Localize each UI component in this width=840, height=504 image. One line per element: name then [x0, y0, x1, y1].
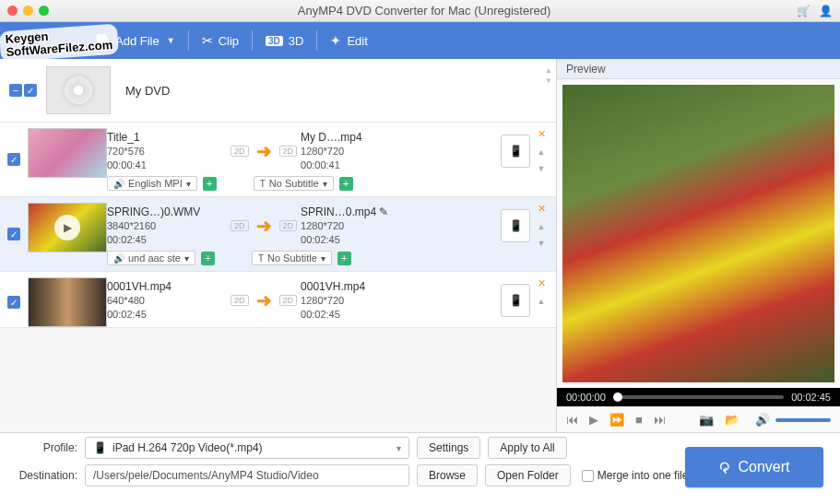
main-toolbar: 📄 Add File ▼ ✂ Clip 3D 3D ✦ Edit — [0, 22, 840, 59]
next-frame-icon[interactable]: ⏭ — [654, 413, 666, 427]
window-title: AnyMP4 DVD Converter for Mac (Unregister… — [60, 4, 788, 18]
audio-select[interactable]: 🔊und aac ste▾ — [107, 251, 195, 265]
seek-knob[interactable] — [613, 393, 622, 402]
add-subtitle-button[interactable]: + — [337, 252, 351, 265]
volume-slider[interactable] — [775, 418, 831, 422]
window-close-button[interactable] — [7, 6, 18, 16]
edit-button[interactable]: ✦ Edit — [321, 29, 376, 52]
remove-item-icon[interactable]: ✕ — [538, 203, 546, 215]
device-select-button[interactable]: 📱 — [501, 209, 530, 242]
dest-name: SPRIN…0.mp4 ✎ — [301, 205, 420, 219]
window-minimize-button[interactable] — [23, 6, 33, 16]
audio-select[interactable]: 🔊English MPI▾ — [107, 176, 197, 191]
item-checkbox[interactable]: ✓ — [7, 228, 20, 240]
device-select-button[interactable]: 📱 — [501, 284, 530, 317]
cart-icon[interactable]: 🛒 — [796, 4, 810, 18]
fast-forward-icon[interactable]: ⏩ — [609, 413, 624, 427]
item-thumbnail[interactable] — [28, 128, 107, 178]
preview-timebar: 00:00:00 00:02:45 — [557, 388, 840, 406]
profile-value: iPad H.264 720p Video(*.mp4) — [112, 441, 263, 454]
source-name: Title_1 — [107, 130, 227, 145]
snapshot-icon[interactable]: 📷 — [699, 413, 714, 427]
dvd-checkbox[interactable]: ✓ — [24, 84, 37, 97]
collapse-toggle[interactable]: − — [9, 84, 22, 97]
time-total: 00:02:45 — [791, 392, 831, 403]
remove-item-icon[interactable]: ✕ — [538, 277, 546, 289]
list-item[interactable]: ✓ 0001VH.mp4 640*480 00:02:45 2D ➜ 2D 00… — [0, 272, 556, 328]
open-folder-button[interactable]: Open Folder — [485, 464, 571, 486]
time-current: 00:00:00 — [566, 392, 606, 403]
play-icon[interactable]: ▶ — [589, 413, 598, 427]
text-icon: T — [260, 179, 266, 189]
dest-res: 1280*720 — [301, 219, 420, 233]
move-down-icon[interactable]: ▼ — [538, 164, 546, 173]
text-icon: T — [258, 253, 264, 264]
move-up-icon[interactable]: ▲ — [538, 147, 546, 157]
dest-dur: 00:02:45 — [301, 233, 420, 247]
add-file-label: Add File — [115, 34, 160, 48]
list-item[interactable]: ✓ Title_1 720*576 00:00:41 2D ➜ 2D My D…… — [0, 123, 556, 197]
merge-checkbox[interactable] — [582, 470, 594, 482]
source-name: SPRING…)0.WMV — [107, 205, 227, 219]
volume-icon[interactable]: 🔊 — [755, 413, 770, 427]
source-dur: 00:02:45 — [107, 233, 227, 247]
3d-button[interactable]: 3D 3D — [256, 30, 313, 52]
preview-header: Preview — [557, 59, 840, 79]
browse-button[interactable]: Browse — [417, 464, 478, 486]
prev-frame-icon[interactable]: ⏮ — [566, 413, 578, 427]
destination-input[interactable]: /Users/pele/Documents/AnyMP4 Studio/Vide… — [85, 464, 409, 486]
list-item[interactable]: ✓ ▶ SPRING…)0.WMV 3840*2160 00:02:45 2D … — [0, 197, 556, 272]
open-folder-icon[interactable]: 📂 — [725, 413, 739, 427]
list-scroll-top[interactable]: ▲▼ — [545, 66, 552, 85]
settings-button[interactable]: Settings — [417, 437, 480, 459]
preview-controls: ⏮ ▶ ⏩ ■ ⏭ 📷 📂 🔊 — [557, 406, 840, 432]
source-res: 3840*2160 — [107, 219, 227, 233]
edit-pencil-icon[interactable]: ✎ — [379, 205, 388, 218]
toolbar-separator — [316, 30, 317, 51]
stop-icon[interactable]: ■ — [635, 413, 643, 427]
device-icon: 📱 — [93, 441, 107, 454]
item-thumbnail[interactable] — [28, 277, 107, 327]
remove-item-icon[interactable]: ✕ — [538, 128, 546, 140]
arrow-right-icon: ➜ — [256, 289, 272, 311]
dvd-name: My DVD — [125, 84, 170, 98]
add-audio-button[interactable]: + — [203, 177, 217, 191]
device-select-button[interactable]: 📱 — [501, 135, 530, 168]
move-down-icon[interactable]: ▼ — [538, 239, 546, 248]
source-res: 720*576 — [107, 145, 227, 158]
apply-all-button[interactable]: Apply to All — [488, 437, 566, 459]
seek-slider[interactable] — [613, 395, 784, 399]
2d-badge: 2D — [279, 295, 298, 306]
add-audio-button[interactable]: + — [201, 252, 215, 265]
clip-button[interactable]: ✂ Clip — [193, 29, 248, 52]
speaker-icon: 🔊 — [113, 179, 124, 189]
dvd-thumb — [46, 66, 111, 114]
source-dur: 00:02:45 — [107, 308, 227, 322]
dest-name: My D….mp4 — [301, 130, 420, 145]
play-overlay-icon: ▶ — [54, 215, 80, 240]
3d-badge-icon: 3D — [266, 36, 283, 46]
chevron-down-icon: ▾ — [186, 179, 191, 189]
add-subtitle-button[interactable]: + — [339, 177, 353, 191]
source-name: 0001VH.mp4 — [107, 279, 227, 294]
profile-select[interactable]: 📱iPad H.264 720p Video(*.mp4) ▾ — [85, 437, 409, 459]
move-up-icon[interactable]: ▲ — [538, 222, 546, 231]
subtitle-select[interactable]: TNo Subtitle▾ — [252, 251, 332, 265]
2d-badge: 2D — [231, 220, 249, 231]
2d-badge: 2D — [279, 146, 298, 157]
item-thumbnail[interactable]: ▶ — [28, 203, 107, 252]
item-checkbox[interactable]: ✓ — [7, 296, 20, 309]
2d-badge: 2D — [231, 295, 249, 306]
merge-label: Merge into one file — [597, 469, 689, 482]
item-checkbox[interactable]: ✓ — [7, 153, 20, 166]
source-info: SPRING…)0.WMV 3840*2160 00:02:45 — [107, 205, 227, 247]
toolbar-separator — [252, 30, 253, 51]
convert-button[interactable]: ⟳ Convert — [685, 447, 823, 487]
subtitle-select[interactable]: TNo Subtitle▾ — [254, 176, 334, 191]
user-icon[interactable]: 👤 — [818, 4, 833, 18]
dvd-group-row[interactable]: − ✓ My DVD — [0, 59, 556, 123]
move-up-icon[interactable]: ▲ — [538, 297, 546, 306]
window-maximize-button[interactable] — [39, 6, 49, 16]
destination-label: Destination: — [9, 469, 77, 482]
preview-video[interactable] — [562, 85, 834, 382]
